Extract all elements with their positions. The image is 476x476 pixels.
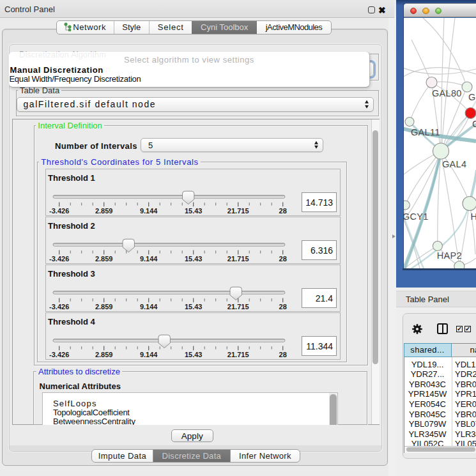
svg-text:C.: C.	[472, 119, 476, 129]
svg-text:GAL11: GAL11	[411, 127, 440, 137]
svg-text:GCY1: GCY1	[404, 211, 429, 222]
svg-text:H: H	[471, 211, 476, 222]
svg-text:GAL80: GAL80	[432, 88, 462, 98]
svg-text:HAP2: HAP2	[437, 250, 462, 261]
svg-text:G.: G.	[468, 92, 476, 102]
svg-text:GAL4: GAL4	[442, 159, 466, 169]
